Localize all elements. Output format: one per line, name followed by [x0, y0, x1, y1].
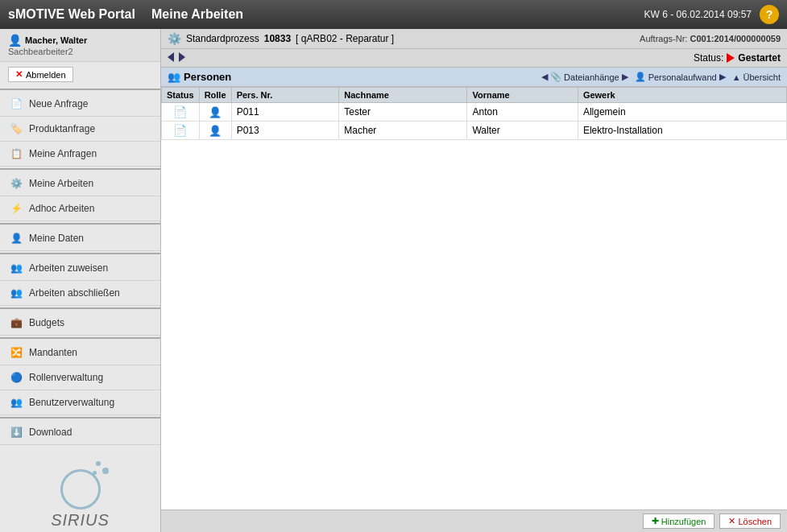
abmelden-container: ✕ Abmelden: [8, 67, 152, 82]
hinzufuegen-button[interactable]: ✚ Hinzufügen: [643, 513, 715, 529]
back-arrow[interactable]: [168, 52, 174, 64]
sidebar-divider-2: [0, 223, 160, 225]
header: sMOTIVE Web Portal Meine Arbeiten KW 6 -…: [0, 0, 787, 29]
meine-daten-icon: 👤: [8, 230, 24, 246]
col-nachname: Nachname: [339, 88, 467, 103]
table-row[interactable]: 📄 👤 P013 Macher Walter Elektro-Installat…: [162, 122, 787, 140]
sidebar-item-arbeiten-abschliessen[interactable]: 👥 Arbeiten abschließen: [0, 281, 160, 306]
auftrag-info: Auftrags-Nr: C001:2014/000000059: [640, 34, 781, 43]
loeschen-label: Löschen: [738, 517, 772, 526]
produktanfrage-icon: 🏷️: [8, 121, 24, 137]
personalaufwand-action[interactable]: 👤 Personalaufwand ▶: [635, 72, 726, 82]
section-header: 👥 Personen ◀ 📎 Dateianhänge ▶ 👤 Personal…: [161, 68, 787, 87]
section-title: 👥 Personen: [168, 71, 231, 83]
col-status: Status: [162, 88, 200, 103]
sidebar: 👤 Macher, Walter Sachbearbeiter2 ✕ Abmel…: [0, 29, 161, 532]
arrow-right-icon: ▶: [622, 72, 628, 82]
process-label: Standardprozess: [186, 33, 259, 44]
doc-icon-1: 📄: [173, 124, 187, 137]
gear-icon: ⚙️: [168, 32, 181, 45]
sidebar-item-meine-daten[interactable]: 👤 Meine Daten: [0, 226, 160, 251]
sidebar-divider-6: [0, 417, 160, 419]
sidebar-user-name: Macher, Walter: [25, 35, 87, 45]
process-code: [ qARB02 - Reparatur ]: [296, 33, 394, 44]
neue-anfrage-icon: 📄: [8, 96, 24, 112]
sirius-graphic: [48, 461, 113, 509]
cell-status-1: 📄: [162, 122, 200, 140]
auftrag-value: C001:2014/000000059: [690, 34, 781, 43]
cell-gewerk-1: Elektro-Installation: [578, 122, 786, 140]
sidebar-item-meine-anfragen[interactable]: 📋 Meine Anfragen: [0, 142, 160, 167]
benutzer-label: Benutzerverwaltung: [29, 397, 114, 408]
sidebar-item-budgets[interactable]: 💼 Budgets: [0, 311, 160, 336]
dateianhange-action[interactable]: ◀ 📎 Dateianhänge ▶: [541, 72, 628, 82]
section-actions: ◀ 📎 Dateianhänge ▶ 👤 Personalaufwand ▶ ▲…: [541, 72, 781, 82]
sidebar-item-download[interactable]: ⬇️ Download: [0, 420, 160, 445]
rollen-label: Rollenverwaltung: [29, 372, 103, 383]
benutzer-icon: 👥: [8, 394, 24, 410]
table-row[interactable]: 📄 👤 P011 Tester Anton Allgemein: [162, 103, 787, 122]
col-vorname: Vorname: [467, 88, 578, 103]
help-button[interactable]: ?: [760, 5, 779, 24]
sidebar-user-role: Sachbearbeiter2: [8, 47, 152, 56]
sidebar-item-meine-arbeiten[interactable]: ⚙️ Meine Arbeiten: [0, 171, 160, 196]
meine-anfragen-icon: 📋: [8, 146, 24, 162]
budgets-icon: 💼: [8, 315, 24, 331]
persons-table: Status Rolle Pers. Nr. Nachname Vorname …: [161, 87, 787, 140]
cell-gewerk-0: Allgemein: [578, 103, 786, 122]
play-icon: [727, 53, 735, 63]
sidebar-divider-top: [0, 89, 160, 90]
table-header-row: Status Rolle Pers. Nr. Nachname Vorname …: [162, 88, 787, 103]
section-title-text: Personen: [184, 71, 231, 83]
auftrag-label: Auftrags-Nr:: [640, 34, 687, 43]
loeschen-button[interactable]: ✕ Löschen: [719, 513, 781, 529]
sidebar-item-rollenverwaltung[interactable]: 🔵 Rollenverwaltung: [0, 365, 160, 390]
table-body: 📄 👤 P011 Tester Anton Allgemein 📄 👤 P013…: [162, 103, 787, 140]
adhoc-icon: ⚡: [8, 200, 24, 217]
uebersicht-action[interactable]: ▲ Übersicht: [732, 72, 781, 82]
hinzufuegen-label: Hinzufügen: [661, 517, 706, 526]
process-info: ⚙️ Standardprozess 10833 [ qARB02 - Repa…: [168, 32, 394, 45]
sidebar-divider-1: [0, 168, 160, 170]
page-title: Meine Arbeiten: [151, 7, 644, 22]
user-icon: 👤: [8, 34, 22, 47]
sidebar-item-produktanfrage[interactable]: 🏷️ Produktanfrage: [0, 117, 160, 142]
col-gewerk: Gewerk: [578, 88, 786, 103]
sidebar-item-mandanten[interactable]: 🔀 Mandanten: [0, 340, 160, 365]
sidebar-item-arbeiten-zuweisen[interactable]: 👥 Arbeiten zuweisen: [0, 256, 160, 281]
sirius-dot2: [96, 461, 101, 466]
dateianhange-label: Dateianhänge: [564, 72, 619, 82]
abmelden-button[interactable]: ✕ Abmelden: [8, 67, 73, 82]
cell-nachname-1: Macher: [339, 122, 467, 140]
persons-table-container: Status Rolle Pers. Nr. Nachname Vorname …: [161, 87, 787, 509]
budgets-label: Budgets: [29, 317, 64, 328]
app-logo: sMOTIVE Web Portal: [8, 7, 135, 22]
person-icon-0: 👤: [209, 106, 222, 118]
download-label: Download: [29, 427, 72, 438]
cell-vorname-0: Anton: [467, 103, 578, 122]
sidebar-item-benutzerverwaltung[interactable]: 👥 Benutzerverwaltung: [0, 390, 160, 415]
person-icon-1: 👤: [209, 125, 222, 137]
sirius-logo-area: SIRIUS: [0, 445, 160, 532]
attach-icon: 📎: [550, 72, 561, 82]
content-area: ⚙️ Standardprozess 10833 [ qARB02 - Repa…: [161, 29, 787, 532]
personal-icon: 👤: [635, 72, 646, 82]
content-wrapper: ⚙️ Standardprozess 10833 [ qARB02 - Repa…: [161, 29, 787, 532]
status-value: Gestartet: [738, 52, 781, 64]
header-datetime: KW 6 - 06.02.2014 09:57: [644, 9, 752, 20]
sirius-dot1: [102, 468, 109, 474]
sidebar-item-adhoc-arbeiten[interactable]: ⚡ Adhoc Arbeiten: [0, 196, 160, 221]
status-info: Status: Gestartet: [694, 52, 781, 64]
download-icon: ⬇️: [8, 424, 24, 440]
sidebar-item-neue-anfrage[interactable]: 📄 Neue Anfrage: [0, 92, 160, 117]
cell-vorname-1: Walter: [467, 122, 578, 140]
arrow-up-icon: ▲: [732, 72, 741, 82]
forward-arrow[interactable]: [179, 52, 185, 64]
sirius-name: SIRIUS: [51, 511, 110, 530]
abmelden-label: Abmelden: [26, 70, 66, 80]
sidebar-divider-3: [0, 253, 160, 254]
abschliessen-label: Arbeiten abschließen: [29, 287, 120, 299]
mandanten-icon: 🔀: [8, 344, 24, 361]
cell-nachname-0: Tester: [339, 103, 467, 122]
arrow-right2-icon: ▶: [719, 72, 726, 82]
